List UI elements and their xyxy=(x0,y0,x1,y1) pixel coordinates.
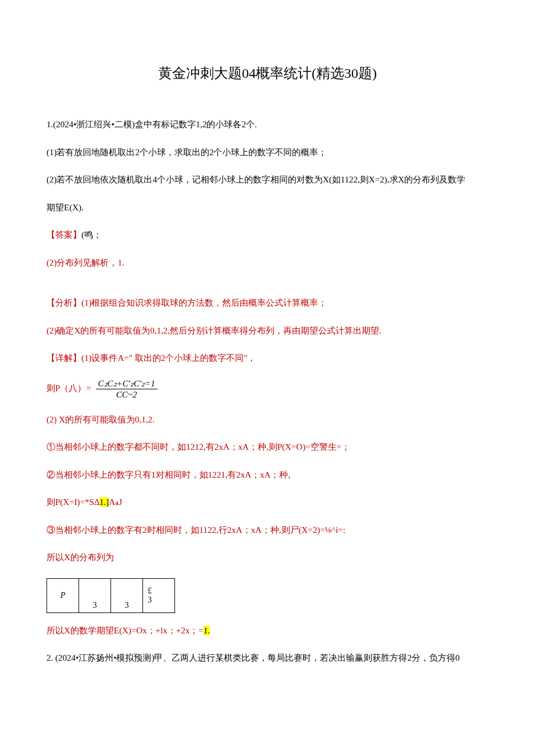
fraction-denominator: CC~2 xyxy=(96,389,158,400)
cell-1-val: 3 xyxy=(93,601,97,610)
distribution-table: P 3 3 £ 3 xyxy=(47,578,175,613)
detail-1: (1)设事件A=" 取出的2个小球上的数字不同"， xyxy=(81,353,256,363)
analysis-line1: 【分析】(1)根据组合知识求得取球的方法数，然后由概率公式计算概率； xyxy=(47,296,488,311)
page-title: 黄金冲刺大题04概率统计(精选30题) xyxy=(47,64,488,83)
case-2b-b: A₄J xyxy=(109,497,122,507)
question1-intro: 1.(2024•浙江绍兴•二模)盒中有标记数字1,2的小球各2个. xyxy=(47,117,488,132)
answer-2: (2)分布列见解析，1. xyxy=(47,256,488,271)
question1-part1: (1)若有放回地随机取出2个小球，求取出的2个小球上的数字不同的概率； xyxy=(47,145,488,160)
answer-label: 【答案】 xyxy=(47,230,81,239)
detail2-text: X的所有可能取值为0,1,2. xyxy=(59,415,155,424)
detail-label: 【详解】 xyxy=(47,353,81,363)
case-2b-highlight: 1.] xyxy=(99,497,109,507)
case-2b: 则P(X=I)=*S∆1.]A₄J xyxy=(47,495,488,510)
cell-2-val: 3 xyxy=(125,601,129,610)
expectation-highlight: 1. xyxy=(204,626,210,635)
case-2b-a: 则P(X=I)=*S∆ xyxy=(47,497,99,507)
case-1: ①当相邻小球上的数字都不同时，如1212,有2xA；xA；种,则P(X=O)=空… xyxy=(47,440,488,455)
cell-p-label: P xyxy=(60,591,66,600)
fraction: C₂C₂+C'₂C'₂=1 CC~2 xyxy=(96,379,158,400)
cell-1: 3 xyxy=(79,578,111,612)
case-2: ②当相邻小球上的数字只有1对相同时，如1221,有2xA；xA；种, xyxy=(47,468,488,483)
expectation-text: 所以X的数学期望E(X)=Ox；+lx；+2x；= xyxy=(47,626,204,635)
prob-prefix: 则P（八）= xyxy=(47,384,91,393)
answer-line1: 【答案】(鸣； xyxy=(47,228,488,243)
cell-p: P xyxy=(47,578,79,612)
cell-3: £ 3 xyxy=(143,578,175,612)
fraction-numerator: C₂C₂+C'₂C'₂=1 xyxy=(96,379,158,390)
detail-line1: 【详解】(1)设事件A=" 取出的2个小球上的数字不同"， xyxy=(47,351,488,366)
analysis-2: (2)确定X的所有可能取值为0,1,2,然后分别计算概率得分布列，再由期望公式计… xyxy=(47,324,488,339)
question1-part2b: 期望E(X). xyxy=(47,200,488,216)
question2: 2. (2024•江苏扬州•模拟预测)甲、乙两人进行某棋类比赛，每局比赛时，若决… xyxy=(47,651,488,666)
distribution-title: 所以X的分布列为 xyxy=(47,550,488,565)
table-row: P 3 3 £ 3 xyxy=(47,578,175,612)
analysis-1: (1)根据组合知识求得取球的方法数，然后由概率公式计算概率； xyxy=(81,298,327,307)
analysis-label: 【分析】 xyxy=(47,298,81,307)
question1-part2a: (2)若不放回地依次随机取出4个小球，记相邻小球上的数字相同的对数为X(如112… xyxy=(47,173,488,188)
detail2-heading: (2) X的所有可能取值为0,1,2. xyxy=(47,413,488,428)
cell-3-bot: 3 xyxy=(148,596,152,604)
case-3: ③当相邻小球上的数字有2时相同时，如1122,行2xA；xA；种,则尸(X=2)… xyxy=(47,523,488,538)
answer-1: (鸣； xyxy=(81,230,102,239)
expectation-line: 所以X的数学期望E(X)=Ox；+lx；+2x；=1. xyxy=(47,624,488,639)
cell-3-top: £ xyxy=(148,586,152,595)
cell-2: 3 xyxy=(111,578,143,612)
probability-line: 则P（八）= C₂C₂+C'₂C'₂=1 CC~2 xyxy=(47,379,488,400)
detail2-num: (2) xyxy=(47,415,57,424)
